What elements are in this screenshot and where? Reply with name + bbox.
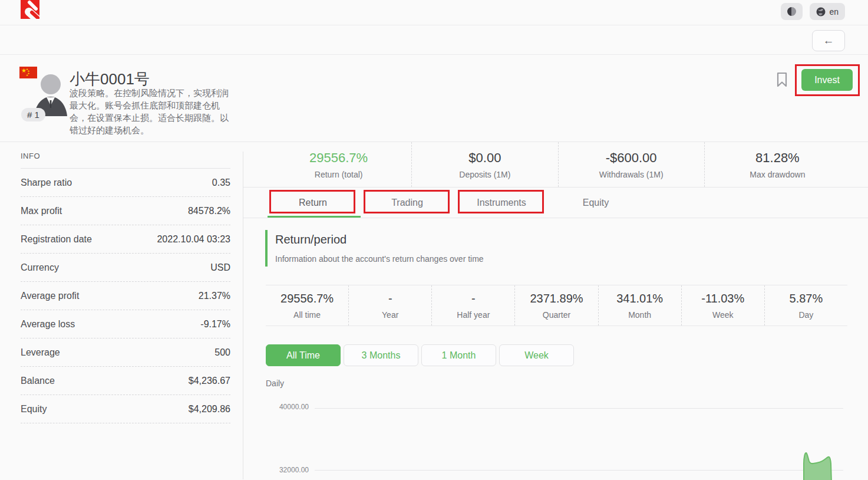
period-all-time: 29556.7% All time xyxy=(266,285,348,326)
period-label: Week xyxy=(712,310,734,320)
info-value: 0.35 xyxy=(212,177,230,188)
tab-label: Instruments xyxy=(477,198,526,208)
tab-instruments[interactable]: Instruments xyxy=(454,188,549,218)
info-value: 21.37% xyxy=(199,291,230,301)
avatar: ★ ★ ★ ★ ★ # 1 xyxy=(19,63,72,134)
theme-toggle-icon xyxy=(787,7,796,16)
info-value: $4,209.86 xyxy=(189,404,230,415)
gridline xyxy=(315,408,843,409)
range-all-time-button[interactable]: All Time xyxy=(266,344,341,366)
return-period-section-header: Return/period Information about the acco… xyxy=(265,230,868,267)
tab-bar: Return Trading Instruments Equity xyxy=(243,188,868,218)
stat-return-total: 29556.7% Return (total) xyxy=(266,142,411,187)
trader-description: 波段策略。在控制风险情况下，实现利润最大化。账号会抓住底部和顶部建仓机会，在设置… xyxy=(70,87,232,136)
info-label: Balance xyxy=(21,376,55,386)
info-row-registration-date: Registration date 2022.10.04 03:23 xyxy=(21,225,230,254)
range-week-button[interactable]: Week xyxy=(499,344,574,366)
period-label: Month xyxy=(628,310,651,320)
toolbar: ← xyxy=(0,25,868,55)
top-actions: en xyxy=(781,3,845,20)
range-1-month-button[interactable]: 1 Month xyxy=(421,344,496,366)
info-row-balance: Balance $4,236.67 xyxy=(21,367,230,395)
back-button[interactable]: ← xyxy=(812,30,845,51)
info-label: Average profit xyxy=(21,291,79,301)
bookmark-icon[interactable] xyxy=(776,72,788,88)
tab-return[interactable]: Return xyxy=(266,188,360,218)
period-value: - xyxy=(388,292,392,305)
info-label: Max profit xyxy=(21,206,62,216)
stat-label: Return (total) xyxy=(315,170,363,179)
period-quarter: 2371.89% Quarter xyxy=(514,285,598,326)
language-label: en xyxy=(829,7,839,17)
content-area: INFO Sharpe ratio 0.35 Max profit 84578.… xyxy=(0,142,868,479)
stat-withdrawals: -$600.00 Withdrawals (1M) xyxy=(558,142,704,187)
stat-value: $0.00 xyxy=(468,150,501,166)
globe-icon xyxy=(816,7,826,17)
gridline xyxy=(315,470,843,471)
stat-value: 81.28% xyxy=(755,150,800,166)
info-row-leverage: Leverage 500 xyxy=(21,338,230,367)
period-label: Quarter xyxy=(543,310,570,320)
info-row-equity: Equity $4,209.86 xyxy=(21,395,230,423)
info-label: Equity xyxy=(21,404,47,415)
info-label: Leverage xyxy=(21,347,60,358)
period-half-year: - Half year xyxy=(431,285,514,326)
stat-label: Deposits (1M) xyxy=(459,170,510,179)
stat-label: Max drawdown xyxy=(750,170,805,179)
brand-logo-icon[interactable] xyxy=(21,0,39,19)
annotation-box-invest: Invest xyxy=(795,64,860,96)
info-row-sharpe-ratio: Sharpe ratio 0.35 xyxy=(21,169,230,197)
svg-text:★: ★ xyxy=(26,74,28,77)
info-label: Registration date xyxy=(21,234,92,245)
info-sidebar: INFO Sharpe ratio 0.35 Max profit 84578.… xyxy=(0,142,243,479)
info-row-average-profit: Average profit 21.37% xyxy=(21,282,230,310)
period-value: 5.87% xyxy=(790,292,823,305)
active-tab-underline xyxy=(268,216,361,218)
china-flag-icon: ★ ★ ★ ★ ★ xyxy=(19,67,37,78)
tab-trading[interactable]: Trading xyxy=(360,188,454,218)
info-row-max-profit: Max profit 84578.2% xyxy=(21,197,230,225)
invest-button[interactable]: Invest xyxy=(801,69,853,91)
period-value: 341.01% xyxy=(616,292,663,305)
period-value: 29556.7% xyxy=(280,292,334,305)
period-day: 5.87% Day xyxy=(764,285,847,326)
return-chart: 40000.00 32000.00 xyxy=(243,393,868,480)
period-label: All time xyxy=(293,310,321,320)
info-value: 500 xyxy=(214,347,230,358)
stat-value: 29556.7% xyxy=(309,150,368,166)
rank-badge: # 1 xyxy=(21,108,45,121)
trader-profile-page: en ← ★ ★ ★ ★ ★ # 1 xyxy=(0,0,868,480)
info-row-average-loss: Average loss -9.17% xyxy=(21,310,230,338)
summary-stats: 29556.7% Return (total) $0.00 Deposits (… xyxy=(266,142,850,187)
top-bar: en xyxy=(0,0,868,25)
period-value: -11.03% xyxy=(701,292,744,305)
stat-label: Withdrawals (1M) xyxy=(599,170,664,179)
theme-toggle-button[interactable] xyxy=(781,3,803,20)
period-month: 341.01% Month xyxy=(598,285,681,326)
range-3-months-button[interactable]: 3 Months xyxy=(344,344,418,366)
info-label: Currency xyxy=(21,262,59,273)
back-arrow-icon: ← xyxy=(823,34,834,47)
section-title: Return/period xyxy=(275,230,868,246)
period-value: 2371.89% xyxy=(530,292,583,305)
tab-label: Trading xyxy=(391,198,423,208)
range-filter: All Time 3 Months 1 Month Week xyxy=(266,344,868,366)
info-label: Average loss xyxy=(21,319,75,330)
info-value: USD xyxy=(210,262,230,273)
language-button[interactable]: en xyxy=(810,3,845,20)
section-subtitle: Information about the account's return c… xyxy=(275,246,868,264)
info-label: Sharpe ratio xyxy=(21,177,72,188)
info-value: -9.17% xyxy=(200,319,230,330)
period-label: Year xyxy=(382,310,398,320)
stat-deposits: $0.00 Deposits (1M) xyxy=(411,142,557,187)
info-value: 2022.10.04 03:23 xyxy=(157,234,230,245)
stat-max-drawdown: 81.28% Max drawdown xyxy=(704,142,850,187)
period-year: - Year xyxy=(348,285,431,326)
info-value: 84578.2% xyxy=(188,206,230,216)
info-value: $4,236.67 xyxy=(189,376,230,386)
tab-label: Equity xyxy=(583,198,609,208)
period-label: Half year xyxy=(457,310,490,320)
tab-equity[interactable]: Equity xyxy=(549,188,643,218)
stat-value: -$600.00 xyxy=(606,150,657,166)
y-axis-tick: 32000.00 xyxy=(243,466,309,474)
